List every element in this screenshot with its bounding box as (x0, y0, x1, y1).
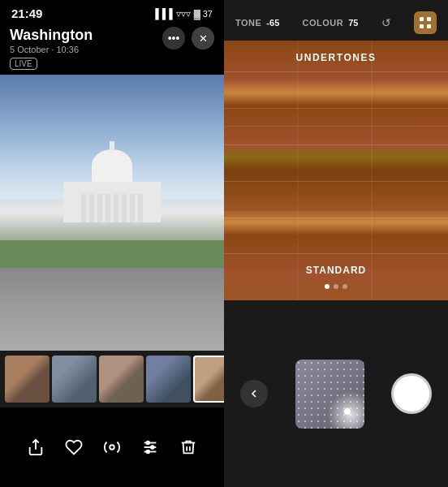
adjust-button[interactable] (141, 438, 159, 456)
photo-title: Washington (10, 27, 93, 44)
thumbnail[interactable] (5, 356, 50, 403)
ground-layer (0, 268, 224, 351)
live-badge: LIVE (10, 58, 37, 70)
status-time: 21:49 (11, 6, 42, 20)
delete-button[interactable] (179, 438, 197, 456)
svg-rect-8 (420, 17, 424, 21)
favorite-button[interactable] (65, 438, 83, 456)
menu-button[interactable]: ••• (162, 27, 185, 50)
status-icons: ▐▐▐ ▿▿▿ ▓ 37 (152, 8, 213, 19)
dots-row (325, 284, 347, 289)
column (114, 194, 118, 222)
svg-point-6 (151, 446, 154, 449)
main-photo (0, 75, 224, 351)
tone-control: TONE -65 (235, 18, 279, 28)
dome-lantern (110, 141, 114, 151)
photo-title-block: Washington 5 October · 10:36 LIVE (10, 27, 93, 70)
column (122, 194, 127, 222)
header-actions: ••• ✕ (162, 27, 214, 50)
brick-photo: UNDERTONES STANDARD (224, 41, 448, 300)
grid-overlay (224, 41, 448, 300)
svg-point-5 (147, 442, 150, 445)
grid-button[interactable] (414, 11, 437, 34)
status-bar: 21:49 ▐▐▐ ▿▿▿ ▓ 37 (0, 0, 224, 24)
dot-active (325, 284, 330, 289)
signal-icon: ▐▐▐ (152, 8, 173, 19)
capture-button[interactable] (391, 373, 432, 414)
svg-point-7 (147, 450, 150, 454)
column (138, 194, 143, 222)
thumbnail[interactable] (99, 356, 144, 403)
edit-button[interactable] (103, 438, 121, 456)
wheel-indicator (343, 407, 351, 416)
column (97, 194, 102, 222)
dome (92, 149, 132, 182)
undertones-label: UNDERTONES (296, 52, 377, 63)
svg-point-1 (110, 445, 114, 450)
tone-label: TONE (235, 18, 261, 28)
wheel-dots (295, 360, 364, 429)
thumbnail[interactable] (146, 356, 191, 403)
column (81, 194, 86, 222)
standard-label: STANDARD (306, 265, 366, 276)
colour-value: 75 (348, 18, 358, 28)
column (106, 194, 110, 222)
back-button[interactable] (240, 380, 268, 407)
building-layer (33, 149, 190, 274)
svg-rect-9 (427, 17, 431, 21)
edit-top-bar: TONE -65 COLOUR 75 ↺ (224, 0, 448, 41)
photo-date: 5 October · 10:36 (10, 45, 93, 54)
svg-rect-11 (427, 24, 431, 28)
column (130, 194, 135, 222)
dot (342, 284, 347, 289)
photo-header: Washington 5 October · 10:36 LIVE ••• ✕ (0, 24, 224, 75)
share-button[interactable] (27, 438, 45, 456)
columns (81, 190, 143, 222)
edit-bottom-bar (224, 300, 448, 487)
close-button[interactable]: ✕ (192, 27, 214, 50)
wifi-icon: ▿▿▿ (176, 8, 191, 19)
colour-label: COLOUR (303, 18, 344, 28)
column (89, 194, 94, 222)
tone-value: -65 (266, 18, 279, 28)
dot (334, 284, 338, 289)
battery-icon: ▓ 37 (194, 9, 213, 19)
reset-button[interactable]: ↺ (381, 16, 391, 29)
color-wheel-container[interactable] (293, 357, 366, 430)
thumbnail-selected[interactable] (193, 356, 224, 403)
color-wheel[interactable] (295, 360, 364, 429)
right-panel: TONE -65 COLOUR 75 ↺ (224, 0, 448, 487)
colour-control: COLOUR 75 (303, 18, 359, 28)
bottom-toolbar (0, 407, 224, 487)
thumbnail[interactable] (52, 356, 97, 403)
thumbnail-strip (0, 351, 224, 407)
svg-rect-10 (420, 24, 424, 28)
left-panel: 21:49 ▐▐▐ ▿▿▿ ▓ 37 Washington 5 October … (0, 0, 224, 487)
building-base (63, 182, 161, 222)
